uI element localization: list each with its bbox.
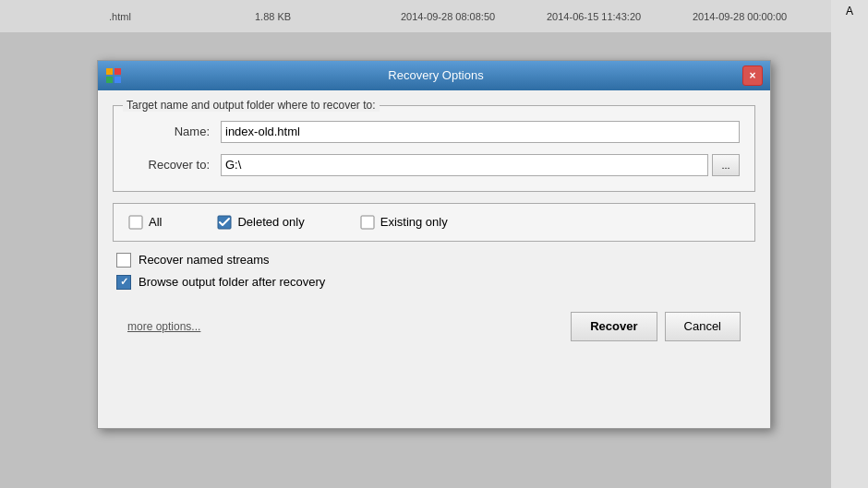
radio-all-icon	[128, 215, 143, 230]
recover-button[interactable]: Recover	[571, 312, 657, 341]
name-row: Name:	[128, 121, 740, 143]
recover-to-row: Recover to: ...	[128, 154, 740, 176]
checkbox-browse-after-icon	[116, 275, 131, 290]
name-label: Name:	[128, 125, 221, 138]
target-group-box: Target name and output folder where to r…	[113, 105, 755, 192]
radio-deleted-only-icon	[217, 215, 232, 230]
svg-rect-2	[106, 77, 113, 83]
footer-buttons: Recover Cancel	[571, 312, 741, 341]
checkboxes-section: Recover named streams Browse output fold…	[113, 253, 755, 290]
checkbox-browse-after-label: Browse output folder after recovery	[139, 275, 325, 289]
dialog-title: Recovery Options	[129, 68, 742, 82]
radio-existing-only[interactable]: Existing only	[360, 215, 448, 230]
svg-rect-4	[129, 216, 142, 229]
checkbox-browse-after-row[interactable]: Browse output folder after recovery	[116, 275, 752, 290]
recovery-options-dialog: Recovery Options × Target name and outpu…	[97, 60, 771, 429]
recover-to-input[interactable]	[221, 154, 708, 176]
dialog-footer: more options... Recover Cancel	[113, 304, 755, 356]
radio-all-label: All	[149, 215, 162, 229]
svg-rect-1	[115, 68, 121, 75]
cancel-button[interactable]: Cancel	[665, 312, 741, 341]
checkbox-named-streams-icon	[116, 253, 131, 268]
more-options-link[interactable]: more options...	[127, 320, 200, 333]
close-button[interactable]: ×	[742, 65, 763, 86]
svg-rect-0	[106, 68, 113, 75]
dialog-overlay: Recovery Options × Target name and outpu…	[0, 0, 868, 488]
svg-rect-3	[115, 77, 121, 83]
dialog-body: Target name and output folder where to r…	[98, 90, 770, 371]
radio-existing-only-label: Existing only	[380, 215, 448, 229]
checkbox-named-streams-label: Recover named streams	[139, 253, 270, 267]
checkbox-named-streams-row[interactable]: Recover named streams	[116, 253, 752, 268]
recover-to-label: Recover to:	[128, 158, 221, 172]
radio-options-box: All Deleted only Existing only	[113, 203, 755, 242]
radio-existing-only-icon	[360, 215, 375, 230]
radio-deleted-only[interactable]: Deleted only	[217, 215, 304, 230]
browse-button[interactable]: ...	[712, 154, 740, 176]
name-input[interactable]	[221, 121, 740, 143]
svg-rect-6	[361, 216, 374, 229]
dialog-icon	[105, 67, 122, 84]
radio-deleted-only-label: Deleted only	[237, 215, 304, 229]
title-bar: Recovery Options ×	[98, 61, 770, 90]
radio-all[interactable]: All	[128, 215, 162, 230]
group-legend: Target name and output folder where to r…	[123, 99, 380, 112]
